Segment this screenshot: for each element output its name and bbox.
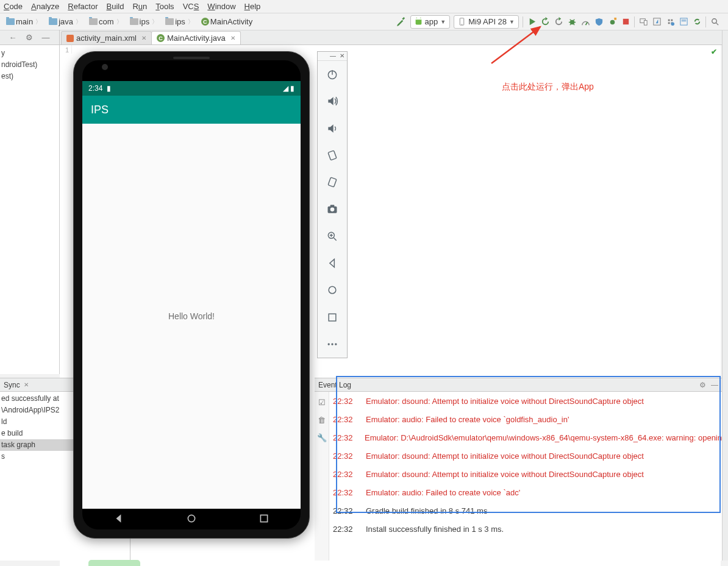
crumb-ips2[interactable]: ips〉 bbox=[163, 16, 198, 27]
event-time: 22:32 bbox=[332, 397, 356, 406]
resource-manager-icon[interactable] bbox=[665, 17, 675, 27]
layout-inspector-icon[interactable] bbox=[679, 17, 688, 27]
stop-icon[interactable] bbox=[621, 17, 630, 27]
menu-vcs[interactable]: VCS bbox=[183, 2, 199, 11]
separator bbox=[634, 16, 635, 27]
close-icon[interactable]: ✕ bbox=[230, 35, 235, 41]
svg-rect-5 bbox=[623, 19, 628, 24]
svg-rect-11 bbox=[681, 19, 686, 22]
volume-down-icon[interactable] bbox=[326, 122, 339, 134]
minimize-icon[interactable]: — bbox=[330, 52, 336, 59]
event-time: 22:32 bbox=[332, 488, 356, 497]
event-log-header: Event Log ⚙ — bbox=[315, 378, 722, 392]
menu-tools[interactable]: Tools bbox=[155, 2, 174, 11]
close-icon[interactable]: ✕ bbox=[141, 35, 146, 41]
volume-up-icon[interactable] bbox=[326, 95, 339, 107]
event-log-row[interactable]: 22:32Emulator: dsound: Attempt to initia… bbox=[332, 447, 722, 465]
home-icon[interactable] bbox=[326, 284, 339, 296]
menu-code[interactable]: Code bbox=[4, 2, 23, 11]
avd-manager-icon[interactable] bbox=[638, 17, 648, 27]
hammer-icon[interactable] bbox=[397, 17, 407, 27]
close-icon[interactable]: ✕ bbox=[340, 52, 344, 59]
menu-run[interactable]: Run bbox=[132, 2, 147, 11]
emulator-controls[interactable]: — ✕ bbox=[317, 51, 348, 358]
zoom-icon[interactable] bbox=[326, 230, 339, 242]
attach-debugger-icon[interactable] bbox=[607, 17, 617, 27]
inspection-ok-icon[interactable]: ✔ bbox=[711, 48, 717, 56]
menu-help[interactable]: Help bbox=[244, 2, 261, 11]
bottom-progress-indicator bbox=[88, 560, 140, 566]
crumb-main[interactable]: main〉 bbox=[4, 16, 45, 27]
nav-home-icon[interactable] bbox=[186, 513, 197, 526]
app-content: Hello World! bbox=[82, 124, 301, 509]
gear-icon[interactable]: ⚙ bbox=[699, 381, 706, 389]
event-log-row[interactable]: 22:32Gradle build finished in 8 s 741 ms bbox=[332, 501, 722, 520]
hide-icon[interactable]: — bbox=[42, 33, 51, 41]
navigation-bar: main〉 java〉 com〉 ips〉 ips〉 CMainActivity… bbox=[0, 13, 728, 30]
crumb-java[interactable]: java〉 bbox=[46, 16, 85, 27]
trash-icon[interactable]: 🗑 bbox=[318, 416, 326, 425]
notch bbox=[164, 64, 219, 73]
event-log-row[interactable]: 22:32Emulator: audio: Failed to create v… bbox=[332, 483, 722, 501]
emulator-titlebar: — ✕ bbox=[318, 52, 347, 61]
wrench-icon[interactable]: 🔧 bbox=[317, 433, 327, 442]
svg-rect-14 bbox=[261, 515, 268, 522]
overview-icon[interactable] bbox=[326, 311, 339, 323]
event-log-row[interactable]: 22:32Emulator: dsound: Attempt to initia… bbox=[332, 465, 722, 483]
apply-code-icon[interactable] bbox=[554, 17, 563, 27]
crumb-com[interactable]: com〉 bbox=[87, 16, 126, 27]
project-tree[interactable]: y ndroidTest) est) bbox=[0, 45, 59, 85]
menu-refactor[interactable]: Refactor bbox=[68, 2, 98, 11]
coverage-icon[interactable] bbox=[594, 17, 604, 27]
event-log-row[interactable]: 22:32Emulator: audio: Failed to create v… bbox=[332, 410, 722, 428]
svg-point-9 bbox=[671, 22, 674, 26]
event-log-row[interactable]: 22:32Emulator: D:\AudroidSdk\emulator\qe… bbox=[332, 428, 722, 447]
crumb-mainactivity[interactable]: CMainActivity bbox=[199, 16, 255, 27]
device-screen-wrap: 2:34 ▮ ◢ ▮ IPS Hello World! bbox=[82, 60, 301, 529]
gear-icon[interactable]: ⚙ bbox=[26, 33, 34, 41]
tree-item[interactable]: est) bbox=[1, 71, 58, 82]
more-icon[interactable] bbox=[326, 338, 339, 350]
event-log-row[interactable]: 22:32Emulator: dsound: Attempt to initia… bbox=[332, 392, 722, 410]
tab-mainactivity-java[interactable]: C MainActivity.java ✕ bbox=[151, 31, 241, 44]
back-icon[interactable]: ← bbox=[9, 33, 18, 41]
power-icon[interactable] bbox=[326, 68, 339, 80]
svg-rect-0 bbox=[460, 18, 464, 25]
nav-recent-icon[interactable] bbox=[259, 513, 269, 526]
screenshot-icon[interactable] bbox=[326, 203, 339, 215]
profiler-icon[interactable] bbox=[580, 17, 590, 27]
tab-activity-main-xml[interactable]: activity_main.xml ✕ bbox=[61, 31, 152, 44]
rotate-right-icon[interactable] bbox=[326, 176, 339, 188]
sdk-manager-icon[interactable] bbox=[652, 17, 662, 27]
check-icon[interactable]: ☑ bbox=[318, 398, 326, 407]
menu-build[interactable]: Build bbox=[106, 2, 124, 11]
event-log-body[interactable]: 22:32Emulator: dsound: Attempt to initia… bbox=[332, 392, 722, 561]
back-icon[interactable] bbox=[326, 257, 339, 269]
sdcard-icon: ▮ bbox=[107, 84, 111, 93]
run-config-label: app bbox=[425, 17, 438, 26]
event-log-row[interactable]: 22:32Install successfully finished in 1 … bbox=[332, 520, 722, 538]
sync-gradle-icon[interactable] bbox=[692, 17, 702, 27]
arrow-icon bbox=[487, 23, 548, 66]
line-gutter: 1 bbox=[60, 45, 72, 54]
project-panel: y ndroidTest) est) bbox=[0, 45, 60, 374]
event-log-toolbar: ☑ 🗑 🔧 bbox=[315, 392, 329, 561]
rotate-left-icon[interactable] bbox=[326, 149, 339, 161]
event-time: 22:32 bbox=[332, 415, 356, 424]
event-time: 22:32 bbox=[332, 451, 356, 461]
crumb-ips1[interactable]: ips〉 bbox=[127, 16, 162, 27]
search-icon[interactable] bbox=[710, 17, 719, 27]
close-icon[interactable]: ✕ bbox=[24, 381, 29, 388]
right-tool-rail[interactable] bbox=[722, 30, 728, 561]
menu-analyze[interactable]: Analyze bbox=[31, 2, 59, 11]
event-message: Emulator: dsound: Attempt to initialize … bbox=[356, 470, 644, 479]
android-app-bar: IPS bbox=[82, 96, 301, 124]
device-screen[interactable]: 2:34 ▮ ◢ ▮ IPS Hello World! bbox=[82, 81, 301, 509]
debug-icon[interactable] bbox=[567, 17, 577, 27]
tree-item[interactable]: ndroidTest) bbox=[1, 59, 58, 71]
hide-icon[interactable]: — bbox=[711, 381, 718, 389]
menu-window[interactable]: Window bbox=[207, 2, 235, 11]
run-config-combo[interactable]: app ▼ bbox=[410, 15, 451, 29]
tree-item[interactable]: y bbox=[1, 48, 58, 59]
nav-back-icon[interactable] bbox=[113, 513, 124, 526]
